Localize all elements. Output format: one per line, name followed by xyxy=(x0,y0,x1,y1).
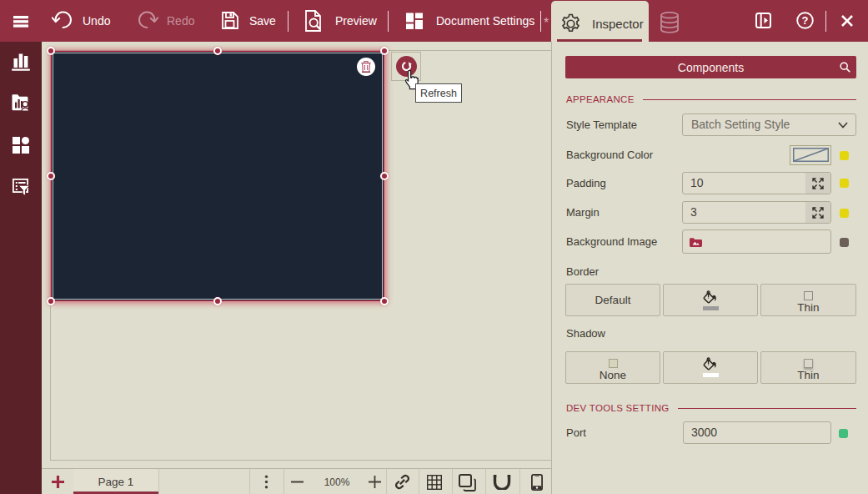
svg-text:?: ? xyxy=(802,14,809,27)
